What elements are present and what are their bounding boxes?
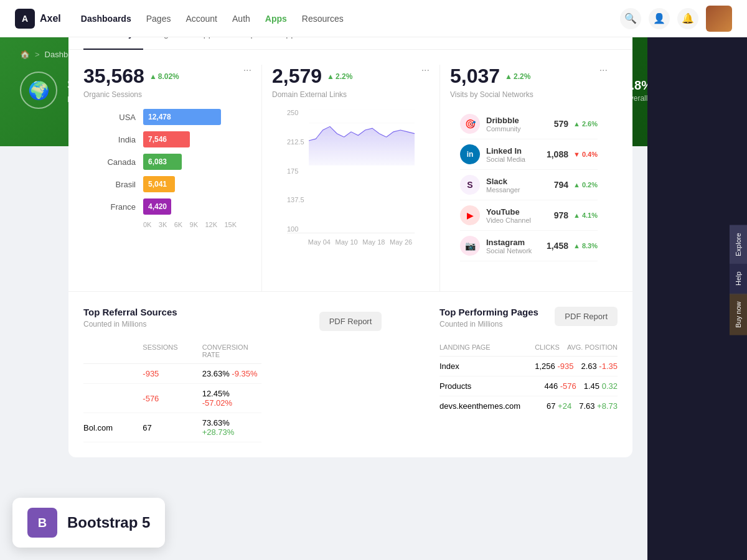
domain-more-button[interactable]: ··· [421, 65, 430, 76]
bar-label-canada: Canada [98, 157, 136, 167]
bar-label-france: France [98, 202, 136, 212]
bar-label-india: India [98, 135, 136, 144]
brand-icon: A [15, 9, 35, 29]
social-visits-value: 5,037 ▲ 2.2% [450, 65, 530, 88]
social-label: Visits by Social Networks [450, 90, 608, 99]
dribbble-name: Dribbble [486, 116, 554, 125]
linkedin-icon: in [460, 144, 480, 164]
tab-pages[interactable]: Pages [143, 37, 188, 50]
instagram-change: ▲ 8.3% [573, 242, 598, 250]
bar-chart: USA 12,478 India 7,546 Canada [83, 99, 251, 243]
domain-change: ▲ 2.2% [327, 72, 352, 81]
pages-row-2: Products 446 -576 1.45 0.32 [439, 376, 618, 396]
social-more-button[interactable]: ··· [599, 65, 608, 76]
instagram-value: 1,458 [547, 241, 568, 251]
bar-india: 7,546 [143, 131, 190, 147]
referral-table-header: SESSIONS CONVERSION RATE [83, 343, 261, 364]
bar-row-france: France 4,420 [98, 198, 237, 215]
chart-area: 250 212.5 175 137.5 100 [287, 109, 415, 233]
bar-brasil: 5,041 [143, 176, 175, 192]
profile-button[interactable]: 👤 [649, 8, 670, 29]
chart-y-labels: 250 212.5 175 137.5 100 [287, 109, 304, 233]
tab-help[interactable]: Help [227, 37, 265, 50]
referral-row-1: -935 23.63% -9.35% [83, 364, 261, 384]
social-linkedin: in Linked In Social Media 1,088 ▼ 0.4% [460, 139, 598, 170]
social-instagram: 📷 Instagram Social Network 1,458 ▲ 8.3% [460, 231, 598, 261]
nav-dashboards[interactable]: Dashboards [81, 14, 131, 24]
navbar-right: 🔍 👤 🔔 [620, 6, 732, 32]
pdf-report-button-center[interactable]: PDF Report [319, 312, 382, 331]
youtube-name: YouTube [486, 207, 554, 217]
line-chart-svg [309, 109, 415, 166]
brand[interactable]: A Axel [15, 9, 61, 29]
tabs: Summary Pages Apps Help Support Customer… [68, 37, 632, 50]
top-pages-card: Top Performing Pages Counted in Millions… [439, 307, 618, 442]
brand-name: Axel [40, 13, 61, 24]
bar-axis: 0K3K6K9K12K15K [98, 221, 237, 228]
bar-row-canada: Canada 6,083 [98, 154, 237, 170]
dribbble-change: ▲ 2.6% [573, 120, 598, 128]
pages-title: Top Performing Pages [439, 307, 538, 317]
referral-row-3: Bol.com 67 73.63% +28.73% [83, 413, 261, 442]
search-button[interactable]: 🔍 [620, 8, 641, 29]
stats-row: 35,568 ▲ 8.02% ··· Organic Sessions USA … [68, 50, 632, 291]
slack-icon: S [460, 175, 480, 195]
nav-apps[interactable]: Apps [265, 14, 287, 24]
slack-name: Slack [486, 177, 554, 186]
linkedin-name: Linked In [486, 146, 547, 156]
social-list: 🎯 Dribbble Community 579 ▲ 2.6% in Linke… [450, 99, 608, 276]
nav-links: Dashboards Pages Account Auth Apps Resou… [81, 14, 620, 24]
social-slack: S Slack Messanger 794 ▲ 0.2% [460, 170, 598, 200]
dribbble-value: 579 [554, 119, 568, 129]
nav-auth[interactable]: Auth [232, 14, 250, 24]
line-chart: 250 212.5 175 137.5 100 [272, 99, 430, 261]
bar-row-usa: USA 12,478 [98, 109, 237, 125]
nav-resources[interactable]: Resources [302, 14, 344, 24]
domain-label: Domain External Links [272, 90, 430, 99]
domain-links-card: 2,579 ▲ 2.2% ··· Domain External Links 2… [261, 65, 439, 291]
social-change: ▲ 2.2% [505, 72, 530, 81]
referral-subtitle: Counted in Millions [83, 320, 177, 329]
instagram-name: Instagram [486, 238, 547, 247]
bar-france: 4,420 [143, 198, 171, 215]
social-networks-card: 5,037 ▲ 2.2% ··· Visits by Social Networ… [439, 65, 618, 291]
chart-x-labels: May 04 May 10 May 18 May 26 [287, 233, 415, 246]
bootstrap-badge: B Bootstrap 5 [12, 498, 165, 548]
organic-sessions-value: 35,568 ▲ 8.02% [83, 65, 179, 88]
nav-pages[interactable]: Pages [146, 14, 171, 24]
linkedin-change: ▼ 0.4% [573, 151, 598, 158]
bar-usa: 12,478 [143, 109, 221, 125]
pdf-report-center: PDF Report [261, 307, 439, 442]
pages-subtitle: Counted in Millions [439, 320, 538, 329]
notifications-button[interactable]: 🔔 [677, 8, 698, 29]
referral-sources-card: Top Referral Sources Counted in Millions… [83, 307, 261, 442]
tab-apps[interactable]: Apps [188, 37, 228, 50]
right-sidebar: Explore Help Buy now [730, 225, 747, 335]
referral-title: Top Referral Sources [83, 307, 177, 317]
youtube-change: ▲ 4.1% [573, 212, 598, 219]
bar-row-brasil: Brasil 5,041 [98, 176, 237, 192]
tab-customers[interactable]: Customers [316, 37, 378, 50]
bottom-row: Top Referral Sources Counted in Millions… [68, 291, 632, 457]
youtube-icon: ▶ [460, 205, 480, 225]
avatar[interactable] [706, 6, 732, 32]
sidebar-tab-help[interactable]: Help [730, 264, 747, 294]
tab-summary[interactable]: Summary [83, 37, 143, 50]
pdf-report-button-right[interactable]: PDF Report [555, 307, 618, 326]
bar-label-brasil: Brasil [98, 180, 136, 189]
youtube-value: 978 [554, 210, 568, 220]
bootstrap-icon: B [27, 508, 57, 538]
referral-row-2: -576 12.45% -57.02% [83, 384, 261, 413]
slack-type: Messanger [486, 186, 554, 194]
instagram-icon: 📷 [460, 236, 480, 256]
organic-change: ▲ 8.02% [149, 72, 179, 81]
sidebar-tab-buy[interactable]: Buy now [730, 293, 747, 335]
content-card: Summary Pages Apps Help Support Customer… [68, 37, 632, 457]
bar-row-india: India 7,546 [98, 131, 237, 147]
domain-links-value: 2,579 ▲ 2.2% [272, 65, 352, 88]
nav-account[interactable]: Account [186, 14, 217, 24]
sidebar-tab-explore[interactable]: Explore [730, 225, 747, 263]
organic-more-button[interactable]: ··· [243, 65, 251, 76]
tab-support[interactable]: Support [265, 37, 316, 50]
organic-sessions-card: 35,568 ▲ 8.02% ··· Organic Sessions USA … [83, 65, 261, 291]
